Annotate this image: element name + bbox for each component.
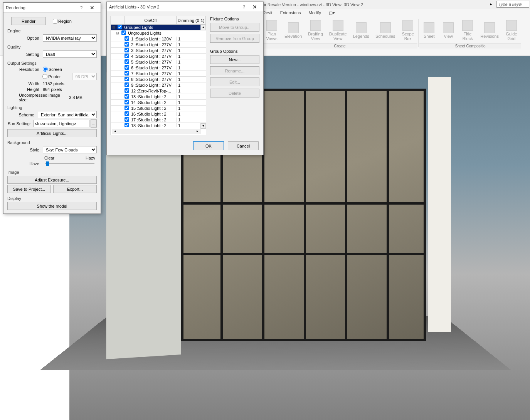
light-row[interactable]: 4 :Studio Light : 277V1	[111, 54, 206, 59]
light-row[interactable]: 13 :Studio Light : 21	[111, 94, 206, 100]
adjust-exposure-button[interactable]: Adjust Exposure...	[7, 176, 97, 184]
light-dimming[interactable]: 1	[177, 66, 206, 70]
light-dimming[interactable]: 1	[177, 118, 206, 122]
scroll-up-icon[interactable]: ▴	[200, 25, 206, 30]
light-row[interactable]: 3 :Studio Light : 277V1	[111, 48, 206, 54]
lights-titlebar[interactable]: Artificial Lights - 3D View 2 ? ✕	[107, 2, 263, 12]
artificial-lights-button[interactable]: Artificial Lights...	[7, 129, 97, 137]
light-row[interactable]: 7 :Studio Light : 277V1	[111, 71, 206, 77]
light-dimming[interactable]: 1	[177, 83, 206, 87]
light-dimming[interactable]: 1	[177, 112, 206, 116]
view-button[interactable]: View	[439, 18, 458, 43]
light-row[interactable]: 1 :Studio Light : 120V1	[111, 36, 206, 42]
light-row[interactable]: 16 :Studio Light : 21	[111, 111, 206, 117]
remove-from-group-button[interactable]: Remove from Group	[210, 34, 259, 43]
ribbon-tab-extensions[interactable]: Extensions	[276, 9, 305, 18]
col-dimming[interactable]: Dimming (0-1)	[177, 16, 206, 24]
engine-option-select[interactable]: NVIDIA mental ray	[43, 34, 97, 42]
region-checkbox[interactable]	[53, 19, 57, 24]
light-row[interactable]: 18 :Studio Light : 21	[111, 123, 206, 127]
sheet-button[interactable]: Sheet	[419, 18, 439, 43]
grouped-lights-row[interactable]: ⊟Grouped Lights	[111, 25, 206, 30]
light-checkbox[interactable]	[125, 36, 129, 41]
plan-views-button[interactable]: Plan Views	[262, 18, 281, 43]
light-checkbox[interactable]	[125, 100, 129, 104]
haze-slider[interactable]	[45, 163, 94, 164]
export-button[interactable]: Export...	[53, 185, 97, 193]
ungrouped-lights-checkbox[interactable]	[121, 30, 126, 35]
cancel-button[interactable]: Cancel	[228, 141, 259, 150]
grouped-lights-checkbox[interactable]	[118, 25, 122, 29]
ribbon-tab-modify[interactable]: Modify	[305, 9, 325, 18]
help-icon[interactable]: ?	[239, 5, 249, 9]
rendering-titlebar[interactable]: Rendering ? ✕	[3, 3, 101, 13]
elevation-button[interactable]: Elevation	[281, 18, 305, 43]
light-dimming[interactable]: 1	[177, 100, 206, 105]
light-dimming[interactable]: 1	[177, 94, 206, 99]
light-checkbox[interactable]	[125, 71, 129, 76]
light-checkbox[interactable]	[125, 123, 129, 127]
light-checkbox[interactable]	[125, 65, 129, 70]
light-dimming[interactable]: 1	[177, 106, 206, 111]
save-to-project-button[interactable]: Save to Project...	[7, 185, 51, 193]
light-dimming[interactable]: 1	[177, 54, 206, 59]
light-checkbox[interactable]	[125, 59, 129, 64]
help-icon[interactable]: ?	[77, 5, 86, 10]
resolution-screen-radio[interactable]	[43, 67, 48, 72]
light-row[interactable]: 9 :Studio Light : 277V1	[111, 82, 206, 88]
lighting-scheme-select[interactable]: Exterior: Sun and Artificia	[38, 111, 97, 118]
ungrouped-lights-row[interactable]: ⊟Ungrouped Lights	[111, 30, 206, 36]
light-row[interactable]: 5 :Studio Light : 277V1	[111, 59, 206, 65]
light-checkbox[interactable]	[125, 42, 129, 47]
horizontal-scrollbar[interactable]: ◂ ▸	[112, 129, 200, 134]
new-group-button[interactable]: New...	[210, 55, 259, 64]
light-dimming[interactable]: 1	[177, 42, 206, 47]
schedules-button[interactable]: Schedules	[372, 18, 398, 43]
light-row[interactable]: 6 :Studio Light : 277V1	[111, 65, 206, 71]
light-checkbox[interactable]	[125, 111, 129, 116]
revisions-button[interactable]: Revisions	[477, 18, 502, 43]
light-dimming[interactable]: 1	[177, 48, 206, 53]
light-checkbox[interactable]	[125, 82, 129, 87]
sun-setting-input[interactable]	[33, 120, 89, 127]
light-checkbox[interactable]	[125, 88, 129, 93]
light-dimming[interactable]: 1	[177, 37, 206, 41]
light-row[interactable]: 15 :Studio Light : 21	[111, 106, 206, 111]
light-row[interactable]: 17 :Studio Light : 21	[111, 117, 206, 123]
sun-setting-browse-button[interactable]: ...	[91, 119, 97, 128]
light-checkbox[interactable]	[125, 94, 129, 99]
light-checkbox[interactable]	[125, 48, 129, 52]
light-row[interactable]: 12 :Zero-Revit-Top-...1	[111, 88, 206, 94]
ribbon-tab-extra1[interactable]: ▢▾	[325, 9, 339, 18]
light-row[interactable]: 14 :Studio Light : 21	[111, 100, 206, 106]
keyword-search-input[interactable]	[496, 1, 529, 8]
light-dimming[interactable]: 1	[177, 60, 206, 64]
light-row[interactable]: 2 :Studio Light : 277V1	[111, 42, 206, 48]
scroll-down-icon[interactable]: ▾	[200, 123, 206, 129]
scroll-left-icon[interactable]: ◂	[112, 129, 118, 134]
render-button[interactable]: Render	[11, 17, 46, 25]
scroll-right-icon[interactable]: ▸	[195, 129, 200, 134]
show-model-button[interactable]: Show the model	[7, 202, 97, 210]
light-checkbox[interactable]	[125, 54, 129, 58]
resolution-printer-radio[interactable]	[42, 74, 47, 79]
light-dimming[interactable]: 1	[177, 89, 206, 93]
ok-button[interactable]: OK	[193, 141, 224, 150]
edit-group-button[interactable]: Edit...	[210, 77, 259, 86]
title-block-button[interactable]: Title Block	[458, 18, 477, 43]
light-checkbox[interactable]	[125, 106, 129, 110]
close-icon[interactable]: ✕	[249, 4, 261, 10]
move-to-group-button[interactable]: Move to Group...	[210, 23, 259, 32]
legends-button[interactable]: Legends	[350, 18, 372, 43]
light-dimming[interactable]: 1	[177, 71, 206, 76]
background-style-select[interactable]: Sky: Few Clouds	[43, 146, 97, 153]
duplicate-view-button[interactable]: Duplicate View	[326, 18, 350, 43]
drafting-view-button[interactable]: Drafting View	[305, 18, 326, 43]
light-row[interactable]: 8 :Studio Light : 277V1	[111, 77, 206, 82]
keyword-dropdown-arrow[interactable]: ▸	[490, 2, 495, 7]
rename-group-button[interactable]: Rename...	[210, 66, 259, 75]
quality-setting-select[interactable]: Draft	[43, 50, 97, 58]
col-onoff[interactable]: On/Off	[125, 16, 177, 24]
light-dimming[interactable]: 1	[177, 77, 206, 82]
close-icon[interactable]: ✕	[86, 5, 98, 11]
